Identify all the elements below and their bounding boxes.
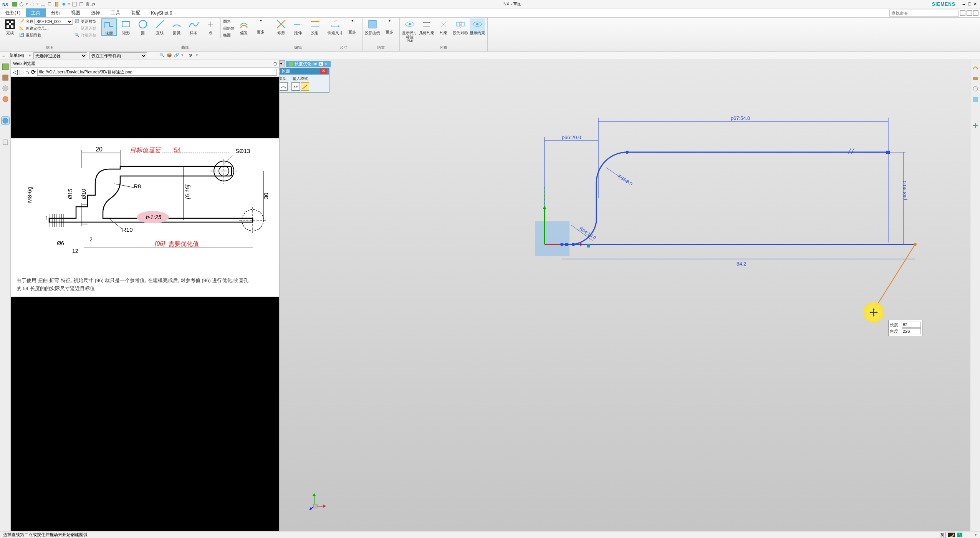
- circle-button[interactable]: 圆: [135, 18, 151, 35]
- reattach[interactable]: 🔄重新附着: [19, 32, 73, 38]
- angle-input[interactable]: [902, 328, 921, 334]
- web-content[interactable]: 20 目标值逼近 54 SØ13: [11, 77, 279, 531]
- web-icon[interactable]: [2, 117, 9, 125]
- part-nav-icon[interactable]: [2, 85, 9, 92]
- url-input[interactable]: [37, 69, 277, 76]
- history-icon[interactable]: [2, 138, 9, 146]
- constraint-more-button[interactable]: ▾更多: [382, 18, 397, 34]
- project-curve-button[interactable]: 投影曲线: [365, 18, 380, 35]
- web-panel-close[interactable]: ▢: [273, 61, 277, 66]
- rb5-icon[interactable]: [972, 122, 979, 129]
- curve-more-button[interactable]: ▾更多: [253, 18, 268, 34]
- rb1-icon[interactable]: [972, 64, 979, 71]
- fi4[interactable]: ⊕: [189, 53, 195, 59]
- chamfer-button[interactable]: 倒斜角: [223, 25, 235, 32]
- ime-moon-icon[interactable]: 🌙: [948, 533, 955, 537]
- trim-button[interactable]: 修剪: [273, 18, 289, 35]
- offset-button[interactable]: 偏置: [236, 18, 252, 35]
- canvas[interactable]: ◂ 长度优化.prt D ✕ ◆ 轮廓✕ 对象类型 输入模: [280, 60, 970, 531]
- sketch-name-select[interactable]: SKETCH_000: [35, 19, 73, 25]
- profile-button[interactable]: 轮廓: [101, 18, 117, 36]
- tab-select[interactable]: 选择: [86, 8, 106, 17]
- ime-indicator[interactable]: 英: [939, 532, 946, 538]
- symmetric-button[interactable]: 设为对称: [453, 18, 468, 35]
- mode-polar-icon[interactable]: [301, 82, 309, 91]
- ellipse-button[interactable]: 椭圆: [223, 32, 235, 38]
- nav-reload-icon[interactable]: ⟳: [31, 68, 36, 76]
- detail-eval[interactable]: 🔍详细评估: [74, 32, 96, 38]
- nav-fwd-icon[interactable]: ▷: [19, 68, 24, 76]
- save-icon[interactable]: [12, 2, 17, 7]
- line-button[interactable]: 直线: [152, 18, 167, 35]
- show-dim-pmi-button[interactable]: 显示尺寸标注PMI: [402, 18, 417, 43]
- length-input[interactable]: [902, 322, 921, 328]
- reuse-icon[interactable]: [2, 95, 9, 103]
- doc-tab-home[interactable]: ◂: [280, 60, 285, 67]
- panel-close-icon[interactable]: ✕: [320, 68, 327, 74]
- window-icon[interactable]: [79, 2, 84, 7]
- tab-assembly[interactable]: 装配: [126, 8, 146, 17]
- obj-arc-icon[interactable]: [280, 82, 288, 91]
- group-sketch: 完成 📝 名称 SKETCH_000 📐创建定位尺… 🔄重新附着 🔃更新模型 ⏸…: [0, 18, 99, 51]
- tab-task[interactable]: 任务(T): [0, 8, 26, 17]
- close-icon[interactable]: ✕: [973, 2, 977, 7]
- rb3-icon[interactable]: [972, 85, 979, 92]
- minimize-icon[interactable]: ‒: [962, 2, 965, 7]
- show-constraint-button[interactable]: 显示约束: [470, 18, 485, 35]
- command-search[interactable]: [889, 10, 958, 17]
- copy-icon[interactable]: [47, 2, 53, 7]
- fi1[interactable]: 🔍: [159, 53, 166, 59]
- delay-eval[interactable]: ⏸延迟评估: [74, 25, 96, 32]
- arc-button[interactable]: 圆弧: [169, 18, 184, 35]
- navigator-icon[interactable]: [2, 63, 9, 71]
- dim-more-button[interactable]: ▾更多: [344, 18, 360, 34]
- tab-tools[interactable]: 工具: [106, 8, 126, 17]
- spline-button[interactable]: 样条: [186, 18, 201, 35]
- fullscreen-icon[interactable]: [967, 10, 972, 16]
- fillet-button[interactable]: 圆角: [223, 18, 235, 25]
- nav-home-icon[interactable]: ⌂: [25, 69, 29, 76]
- undo-icon[interactable]: [19, 2, 24, 7]
- maximize-icon[interactable]: ▢: [968, 2, 971, 7]
- create-locate-dim[interactable]: 📐创建定位尺…: [19, 25, 73, 32]
- mode-xy-icon[interactable]: XY: [291, 82, 300, 91]
- touch-icon[interactable]: [61, 2, 66, 7]
- nav-back-icon[interactable]: ◁: [13, 68, 18, 76]
- point-button[interactable]: 点: [203, 18, 218, 35]
- quick-dim-button[interactable]: 快速尺寸: [328, 18, 343, 35]
- svg-text:12: 12: [72, 248, 78, 254]
- qat: ▾ ▾ ▾ 窗口▾: [10, 2, 97, 7]
- redo-icon[interactable]: [30, 2, 35, 7]
- tab-home[interactable]: 主页: [26, 8, 46, 17]
- geo-constraint-button[interactable]: 几何约束: [419, 18, 434, 35]
- menu-button[interactable]: 菜单(M): [7, 53, 26, 58]
- paste-icon[interactable]: [54, 2, 60, 7]
- fi2[interactable]: 📦: [167, 53, 173, 59]
- update-model[interactable]: 🔃更新模型: [74, 18, 96, 25]
- filter1-select[interactable]: 无选择过滤器: [33, 52, 87, 59]
- expand-icon[interactable]: [72, 2, 77, 7]
- cut-icon[interactable]: [40, 2, 46, 7]
- view-triad[interactable]: [306, 489, 329, 512]
- tab-analyze[interactable]: 分析: [46, 8, 66, 17]
- rb2-icon[interactable]: [972, 75, 979, 81]
- help-icon[interactable]: [960, 10, 965, 16]
- doc-tab[interactable]: 长度优化.prt D ✕: [286, 61, 331, 67]
- extend-button[interactable]: 延伸: [290, 18, 306, 35]
- finish-button[interactable]: 完成: [2, 18, 18, 35]
- length-angle-input[interactable]: 长度 角度: [888, 320, 922, 336]
- fi3[interactable]: 🔗: [174, 53, 180, 59]
- project-button[interactable]: 投射: [307, 18, 323, 35]
- tab-view[interactable]: 视图: [66, 8, 86, 17]
- filter2-select[interactable]: 仅在工作部件内: [89, 52, 147, 59]
- profile-panel[interactable]: ◆ 轮廓✕ 对象类型 输入模式 XY: [280, 68, 329, 93]
- tab-keyshot[interactable]: KeyShot 9: [146, 8, 177, 17]
- min-ribbon-icon[interactable]: [973, 10, 978, 16]
- rb4-icon[interactable]: [972, 96, 979, 103]
- rect-button[interactable]: 矩形: [118, 18, 134, 35]
- constraint-button[interactable]: 约束: [436, 18, 451, 35]
- ime-punct-icon[interactable]: °,: [957, 533, 962, 537]
- doc-close-icon[interactable]: ✕: [324, 62, 328, 66]
- svg-text:目标值逼近: 目标值逼近: [130, 147, 161, 153]
- assembly-nav-icon[interactable]: [2, 74, 9, 81]
